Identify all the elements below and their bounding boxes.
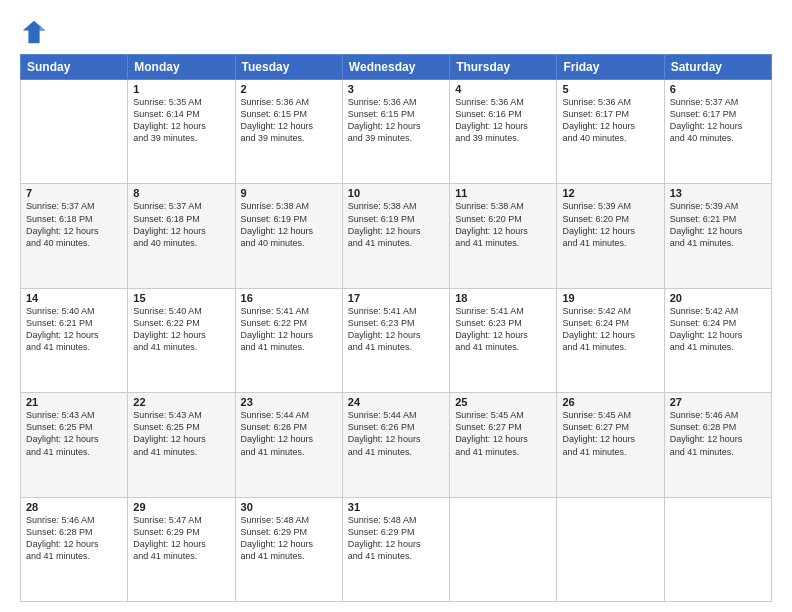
- day-info: Sunrise: 5:36 AM Sunset: 6:15 PM Dayligh…: [348, 96, 444, 145]
- calendar-cell: [557, 497, 664, 601]
- day-info: Sunrise: 5:36 AM Sunset: 6:15 PM Dayligh…: [241, 96, 337, 145]
- calendar-cell: 21Sunrise: 5:43 AM Sunset: 6:25 PM Dayli…: [21, 393, 128, 497]
- calendar-cell: 27Sunrise: 5:46 AM Sunset: 6:28 PM Dayli…: [664, 393, 771, 497]
- svg-marker-1: [40, 25, 46, 31]
- calendar-cell: 20Sunrise: 5:42 AM Sunset: 6:24 PM Dayli…: [664, 288, 771, 392]
- day-number: 30: [241, 501, 337, 513]
- day-info: Sunrise: 5:45 AM Sunset: 6:27 PM Dayligh…: [562, 409, 658, 458]
- day-info: Sunrise: 5:41 AM Sunset: 6:23 PM Dayligh…: [455, 305, 551, 354]
- day-number: 18: [455, 292, 551, 304]
- day-info: Sunrise: 5:47 AM Sunset: 6:29 PM Dayligh…: [133, 514, 229, 563]
- calendar-cell: 10Sunrise: 5:38 AM Sunset: 6:19 PM Dayli…: [342, 184, 449, 288]
- calendar-cell: 25Sunrise: 5:45 AM Sunset: 6:27 PM Dayli…: [450, 393, 557, 497]
- day-number: 20: [670, 292, 766, 304]
- calendar-cell: [21, 80, 128, 184]
- day-info: Sunrise: 5:43 AM Sunset: 6:25 PM Dayligh…: [133, 409, 229, 458]
- day-info: Sunrise: 5:39 AM Sunset: 6:20 PM Dayligh…: [562, 200, 658, 249]
- day-number: 11: [455, 187, 551, 199]
- day-number: 28: [26, 501, 122, 513]
- day-info: Sunrise: 5:36 AM Sunset: 6:16 PM Dayligh…: [455, 96, 551, 145]
- day-info: Sunrise: 5:37 AM Sunset: 6:18 PM Dayligh…: [26, 200, 122, 249]
- day-number: 14: [26, 292, 122, 304]
- calendar-week-5: 28Sunrise: 5:46 AM Sunset: 6:28 PM Dayli…: [21, 497, 772, 601]
- day-number: 24: [348, 396, 444, 408]
- day-number: 23: [241, 396, 337, 408]
- day-number: 5: [562, 83, 658, 95]
- day-info: Sunrise: 5:36 AM Sunset: 6:17 PM Dayligh…: [562, 96, 658, 145]
- calendar-cell: 13Sunrise: 5:39 AM Sunset: 6:21 PM Dayli…: [664, 184, 771, 288]
- calendar-header-row: SundayMondayTuesdayWednesdayThursdayFrid…: [21, 55, 772, 80]
- calendar-cell: 26Sunrise: 5:45 AM Sunset: 6:27 PM Dayli…: [557, 393, 664, 497]
- day-number: 2: [241, 83, 337, 95]
- day-number: 19: [562, 292, 658, 304]
- day-number: 17: [348, 292, 444, 304]
- day-header-wednesday: Wednesday: [342, 55, 449, 80]
- day-number: 3: [348, 83, 444, 95]
- day-number: 4: [455, 83, 551, 95]
- day-header-sunday: Sunday: [21, 55, 128, 80]
- calendar-cell: 7Sunrise: 5:37 AM Sunset: 6:18 PM Daylig…: [21, 184, 128, 288]
- svg-marker-0: [23, 21, 45, 43]
- day-number: 31: [348, 501, 444, 513]
- day-info: Sunrise: 5:42 AM Sunset: 6:24 PM Dayligh…: [562, 305, 658, 354]
- day-info: Sunrise: 5:44 AM Sunset: 6:26 PM Dayligh…: [241, 409, 337, 458]
- day-info: Sunrise: 5:40 AM Sunset: 6:22 PM Dayligh…: [133, 305, 229, 354]
- calendar-week-4: 21Sunrise: 5:43 AM Sunset: 6:25 PM Dayli…: [21, 393, 772, 497]
- calendar-cell: [664, 497, 771, 601]
- calendar-cell: 14Sunrise: 5:40 AM Sunset: 6:21 PM Dayli…: [21, 288, 128, 392]
- calendar-cell: 4Sunrise: 5:36 AM Sunset: 6:16 PM Daylig…: [450, 80, 557, 184]
- day-number: 26: [562, 396, 658, 408]
- logo-icon: [20, 18, 48, 46]
- day-info: Sunrise: 5:35 AM Sunset: 6:14 PM Dayligh…: [133, 96, 229, 145]
- calendar-cell: 31Sunrise: 5:48 AM Sunset: 6:29 PM Dayli…: [342, 497, 449, 601]
- day-info: Sunrise: 5:37 AM Sunset: 6:18 PM Dayligh…: [133, 200, 229, 249]
- day-number: 12: [562, 187, 658, 199]
- day-info: Sunrise: 5:38 AM Sunset: 6:20 PM Dayligh…: [455, 200, 551, 249]
- calendar-week-3: 14Sunrise: 5:40 AM Sunset: 6:21 PM Dayli…: [21, 288, 772, 392]
- calendar-cell: 18Sunrise: 5:41 AM Sunset: 6:23 PM Dayli…: [450, 288, 557, 392]
- day-number: 9: [241, 187, 337, 199]
- logo: [20, 18, 50, 46]
- day-info: Sunrise: 5:41 AM Sunset: 6:23 PM Dayligh…: [348, 305, 444, 354]
- day-number: 21: [26, 396, 122, 408]
- day-number: 27: [670, 396, 766, 408]
- day-info: Sunrise: 5:38 AM Sunset: 6:19 PM Dayligh…: [348, 200, 444, 249]
- calendar-cell: 16Sunrise: 5:41 AM Sunset: 6:22 PM Dayli…: [235, 288, 342, 392]
- day-info: Sunrise: 5:48 AM Sunset: 6:29 PM Dayligh…: [348, 514, 444, 563]
- calendar-cell: 28Sunrise: 5:46 AM Sunset: 6:28 PM Dayli…: [21, 497, 128, 601]
- day-header-thursday: Thursday: [450, 55, 557, 80]
- calendar-cell: 6Sunrise: 5:37 AM Sunset: 6:17 PM Daylig…: [664, 80, 771, 184]
- calendar-cell: 23Sunrise: 5:44 AM Sunset: 6:26 PM Dayli…: [235, 393, 342, 497]
- calendar-cell: 29Sunrise: 5:47 AM Sunset: 6:29 PM Dayli…: [128, 497, 235, 601]
- day-info: Sunrise: 5:44 AM Sunset: 6:26 PM Dayligh…: [348, 409, 444, 458]
- day-number: 10: [348, 187, 444, 199]
- calendar-cell: 15Sunrise: 5:40 AM Sunset: 6:22 PM Dayli…: [128, 288, 235, 392]
- page: SundayMondayTuesdayWednesdayThursdayFrid…: [0, 0, 792, 612]
- calendar-cell: 22Sunrise: 5:43 AM Sunset: 6:25 PM Dayli…: [128, 393, 235, 497]
- day-info: Sunrise: 5:38 AM Sunset: 6:19 PM Dayligh…: [241, 200, 337, 249]
- calendar-week-2: 7Sunrise: 5:37 AM Sunset: 6:18 PM Daylig…: [21, 184, 772, 288]
- calendar-cell: [450, 497, 557, 601]
- calendar-cell: 2Sunrise: 5:36 AM Sunset: 6:15 PM Daylig…: [235, 80, 342, 184]
- calendar-cell: 17Sunrise: 5:41 AM Sunset: 6:23 PM Dayli…: [342, 288, 449, 392]
- day-number: 15: [133, 292, 229, 304]
- day-info: Sunrise: 5:46 AM Sunset: 6:28 PM Dayligh…: [670, 409, 766, 458]
- day-info: Sunrise: 5:43 AM Sunset: 6:25 PM Dayligh…: [26, 409, 122, 458]
- day-info: Sunrise: 5:42 AM Sunset: 6:24 PM Dayligh…: [670, 305, 766, 354]
- day-number: 16: [241, 292, 337, 304]
- day-info: Sunrise: 5:41 AM Sunset: 6:22 PM Dayligh…: [241, 305, 337, 354]
- calendar-cell: 12Sunrise: 5:39 AM Sunset: 6:20 PM Dayli…: [557, 184, 664, 288]
- header: [20, 18, 772, 46]
- day-header-monday: Monday: [128, 55, 235, 80]
- day-number: 22: [133, 396, 229, 408]
- calendar-cell: 11Sunrise: 5:38 AM Sunset: 6:20 PM Dayli…: [450, 184, 557, 288]
- day-info: Sunrise: 5:46 AM Sunset: 6:28 PM Dayligh…: [26, 514, 122, 563]
- calendar-cell: 5Sunrise: 5:36 AM Sunset: 6:17 PM Daylig…: [557, 80, 664, 184]
- day-info: Sunrise: 5:45 AM Sunset: 6:27 PM Dayligh…: [455, 409, 551, 458]
- calendar-cell: 3Sunrise: 5:36 AM Sunset: 6:15 PM Daylig…: [342, 80, 449, 184]
- calendar-cell: 30Sunrise: 5:48 AM Sunset: 6:29 PM Dayli…: [235, 497, 342, 601]
- day-number: 7: [26, 187, 122, 199]
- calendar-week-1: 1Sunrise: 5:35 AM Sunset: 6:14 PM Daylig…: [21, 80, 772, 184]
- day-number: 8: [133, 187, 229, 199]
- day-info: Sunrise: 5:39 AM Sunset: 6:21 PM Dayligh…: [670, 200, 766, 249]
